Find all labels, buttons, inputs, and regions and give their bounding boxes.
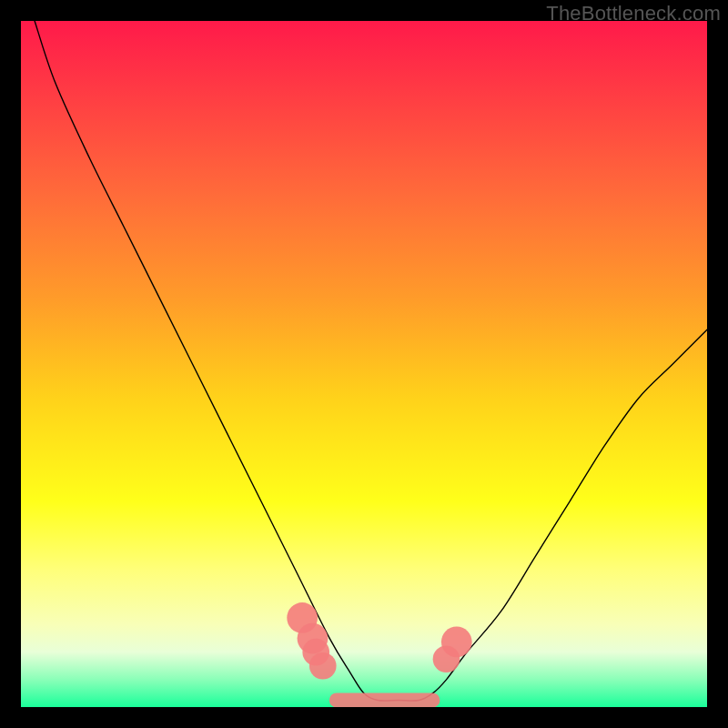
curve-marker xyxy=(309,652,337,680)
bottleneck-curve xyxy=(35,21,707,701)
plot-area xyxy=(21,21,707,707)
chart-frame: TheBottleneck.com xyxy=(0,0,728,728)
chart-svg xyxy=(21,21,707,707)
curve-markers xyxy=(287,602,471,679)
curve-marker xyxy=(441,627,472,658)
watermark-text: TheBottleneck.com xyxy=(546,2,721,25)
